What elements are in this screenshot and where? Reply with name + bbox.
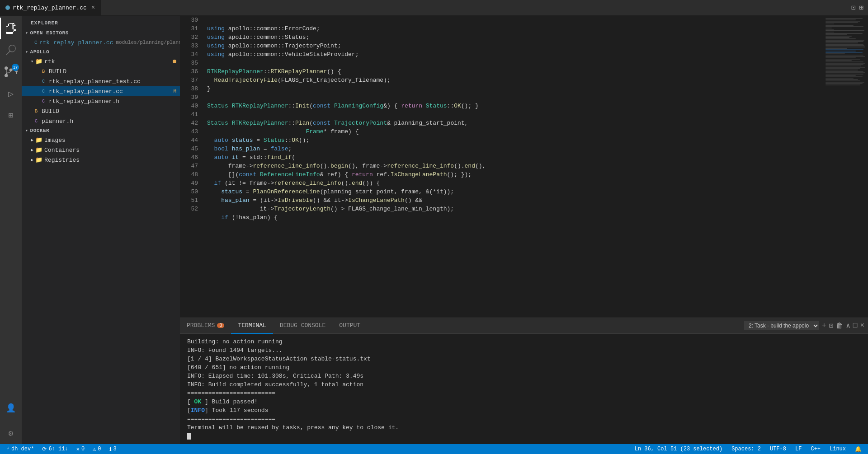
code-content[interactable]: using apollo::common::ErrorCode; using a…	[203, 16, 823, 318]
error-count: 0	[81, 446, 85, 452]
terminal-session-select[interactable]: 2: Task - build the appolo	[744, 321, 819, 330]
tree-file-rtk-test[interactable]: C rtk_replay_planner_test.cc	[22, 76, 180, 86]
terminal-line-1: Building: no action running	[187, 337, 861, 346]
tree-file-build-2[interactable]: B BUILD	[22, 106, 180, 116]
tab-problems[interactable]: PROBLEMS 3	[180, 318, 231, 334]
terminal-cursor	[187, 433, 191, 440]
code-editor[interactable]: 30 31 32 33 34 35 36 37 38 39 40 41 42 4…	[180, 16, 868, 318]
section-docker[interactable]: ▾ Docker	[22, 126, 180, 135]
error-icon: ✕	[76, 446, 80, 453]
terminal-output[interactable]: Building: no action running INFO: Found …	[180, 334, 868, 444]
activity-explorer[interactable]	[0, 18, 22, 39]
activity-settings[interactable]: ⚙	[0, 422, 22, 444]
chevron-docker: ▾	[25, 128, 28, 133]
split-editor-icon[interactable]: ⊡	[851, 3, 856, 12]
status-eol[interactable]: LF	[793, 444, 803, 454]
status-info[interactable]: ℹ 3	[108, 444, 118, 454]
activity-accounts[interactable]: 👤	[0, 397, 22, 419]
branch-icon: ⑂	[6, 446, 9, 452]
status-os[interactable]: Linux	[828, 444, 848, 454]
build-icon: B	[33, 108, 40, 115]
terminal-panel: PROBLEMS 3 TERMINAL DEBUG CONSOLE OUTPUT	[180, 318, 868, 444]
panel-tab-right-actions: 2: Task - build the appolo + ⊡ 🗑 ∧ □ ×	[744, 321, 868, 330]
branch-name: dh_dev*	[11, 446, 34, 452]
encoding-text: UTF-8	[770, 446, 786, 452]
status-position[interactable]: Ln 36, Col 51 (23 selected)	[633, 444, 724, 454]
add-terminal-icon[interactable]: +	[822, 322, 826, 330]
tree-file-build-1[interactable]: B BUILD	[22, 66, 180, 76]
file-cc-icon: C	[40, 78, 47, 85]
tab-bar: rtk_replay_planner.cc × ⊡ ⊞	[0, 0, 868, 16]
build-icon: B	[40, 68, 47, 75]
status-branch[interactable]: ⑂ dh_dev*	[5, 444, 36, 454]
chevron-registries: ▶	[31, 157, 33, 163]
tab-close-button[interactable]: ×	[91, 4, 95, 11]
tree-file-rtk-cc[interactable]: C rtk_replay_planner.cc M	[22, 86, 180, 96]
file-h-icon: C	[33, 117, 40, 125]
terminal-line-2: INFO: Found 1494 targets...	[187, 346, 861, 355]
language-text: C++	[811, 446, 821, 452]
panel-tabs: PROBLEMS 3 TERMINAL DEBUG CONSOLE OUTPUT	[180, 318, 868, 334]
activity-extensions[interactable]: ⊞	[0, 104, 22, 126]
warning-icon: ⚠	[93, 446, 96, 453]
split-terminal-icon[interactable]: ⊡	[829, 321, 834, 330]
status-spaces[interactable]: Spaces: 2	[730, 444, 763, 454]
layout-icon[interactable]: ⊞	[859, 3, 863, 12]
sync-icon: ⟳	[42, 446, 47, 453]
chevron-apollo: ▾	[25, 49, 28, 55]
tree-file-planner-h[interactable]: C planner.h	[22, 116, 180, 126]
maximize-terminal-icon[interactable]: □	[853, 322, 858, 330]
tree-folder-registries[interactable]: ▶ 📁 Registries	[22, 155, 180, 165]
status-bar-left: ⑂ dh_dev* ⟳ 6↑ 11↓ ✕ 0 ⚠ 0 ℹ 3	[5, 444, 118, 454]
status-warnings[interactable]: ⚠ 0	[91, 444, 103, 454]
file-modified-badge: M	[173, 89, 176, 94]
status-bar: ⑂ dh_dev* ⟳ 6↑ 11↓ ✕ 0 ⚠ 0 ℹ 3 Ln 36, Co	[0, 444, 868, 454]
rtk-modified-dot	[173, 60, 176, 63]
activity-bar: ⑂ 17 ▷ ⊞ 👤 ⚙	[0, 16, 22, 444]
terminal-line-6: INFO: Build completed successfully, 1 to…	[187, 380, 861, 389]
section-open-editors[interactable]: ▾ Open Editors	[22, 28, 180, 37]
chevron-open-editors: ▾	[25, 30, 28, 36]
activity-run[interactable]: ▷	[0, 83, 22, 104]
close-terminal-icon[interactable]: ×	[860, 322, 864, 330]
activity-search[interactable]	[0, 39, 22, 61]
info-count: 3	[113, 446, 117, 452]
terminal-line-5: INFO: Elapsed time: 101.308s, Critical P…	[187, 372, 861, 380]
status-errors[interactable]: ✕ 0	[75, 444, 86, 454]
status-sync[interactable]: ⟳ 6↑ 11↓	[40, 444, 70, 454]
status-notifications[interactable]: 🔔	[853, 444, 863, 454]
sidebar-header: Explorer	[22, 16, 180, 28]
sync-count: 6↑ 11↓	[48, 446, 68, 452]
folder-icon: 📁	[35, 136, 42, 144]
open-editor-item-rtk[interactable]: C rtk_replay_planner.cc modules/planning…	[22, 37, 180, 47]
collapse-terminal-icon[interactable]: ∧	[846, 321, 850, 330]
tree-folder-images[interactable]: ▶ 📁 Images	[22, 135, 180, 145]
trash-terminal-icon[interactable]: 🗑	[836, 322, 843, 330]
tab-debug-console[interactable]: DEBUG CONSOLE	[273, 318, 332, 334]
folder-icon: 📁	[35, 156, 42, 164]
spaces-text: Spaces: 2	[731, 446, 761, 452]
activity-source-control[interactable]: ⑂ 17	[0, 61, 22, 83]
terminal-line-11: Terminal will be reused by tasks, press …	[187, 423, 861, 432]
tab-terminal[interactable]: TERMINAL	[231, 318, 273, 334]
tab-output[interactable]: OUTPUT	[332, 318, 367, 334]
chevron-images: ▶	[31, 137, 33, 143]
tab-label: rtk_replay_planner.cc	[13, 5, 87, 11]
file-cc-icon: C	[40, 88, 47, 95]
section-apollo[interactable]: ▾ Apollo	[22, 47, 180, 56]
terminal-cursor-line	[187, 432, 861, 440]
chevron-rtk: ▾	[31, 59, 33, 64]
editor-area: 30 31 32 33 34 35 36 37 38 39 40 41 42 4…	[180, 16, 868, 444]
terminal-line-4: [640 / 651] no action running	[187, 363, 861, 372]
status-language[interactable]: C++	[809, 444, 822, 454]
tree-file-rtk-h[interactable]: C rtk_replay_planner.h	[22, 96, 180, 106]
file-cc-icon: C	[34, 39, 38, 46]
status-encoding[interactable]: UTF-8	[768, 444, 788, 454]
tree-folder-containers[interactable]: ▶ 📁 Containers	[22, 145, 180, 155]
position-text: Ln 36, Col 51 (23 selected)	[635, 446, 722, 452]
file-cc-icon	[5, 5, 10, 10]
tab-bar-right-actions: ⊡ ⊞	[851, 3, 868, 12]
line-numbers: 30 31 32 33 34 35 36 37 38 39 40 41 42 4…	[180, 16, 203, 318]
tab-rtk-replay-planner-cc[interactable]: rtk_replay_planner.cc ×	[0, 0, 101, 16]
tree-folder-rtk[interactable]: ▾ 📁 rtk	[22, 56, 180, 66]
